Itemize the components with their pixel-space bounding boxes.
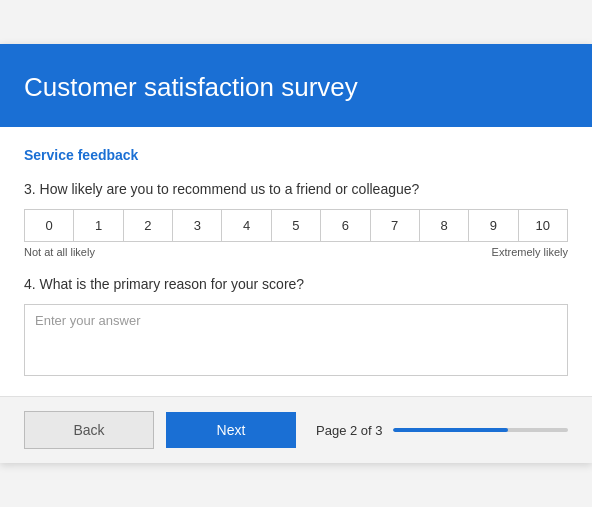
page-indicator: Page 2 of 3 [316, 423, 568, 438]
nps-cell-1[interactable]: 1 [74, 210, 123, 241]
survey-body: Service feedback 3. How likely are you t… [0, 127, 592, 396]
nps-cell-2[interactable]: 2 [124, 210, 173, 241]
page-label: Page 2 of 3 [316, 423, 383, 438]
nps-labels: Not at all likely Extremely likely [24, 246, 568, 258]
question-3-label: 3. How likely are you to recommend us to… [24, 181, 568, 197]
survey-header: Customer satisfaction survey [0, 44, 592, 127]
nps-cell-5[interactable]: 5 [272, 210, 321, 241]
survey-container: Customer satisfaction survey Service fee… [0, 44, 592, 463]
nps-cell-9[interactable]: 9 [469, 210, 518, 241]
nps-label-high: Extremely likely [492, 246, 568, 258]
progress-bar-track [393, 428, 569, 432]
question-4-label: 4. What is the primary reason for your s… [24, 276, 568, 292]
survey-title: Customer satisfaction survey [24, 72, 568, 103]
nps-label-low: Not at all likely [24, 246, 95, 258]
nps-cell-6[interactable]: 6 [321, 210, 370, 241]
nps-cell-8[interactable]: 8 [420, 210, 469, 241]
back-button[interactable]: Back [24, 411, 154, 449]
survey-footer: Back Next Page 2 of 3 [0, 396, 592, 463]
nps-cell-7[interactable]: 7 [371, 210, 420, 241]
nps-cell-3[interactable]: 3 [173, 210, 222, 241]
section-title: Service feedback [24, 147, 568, 163]
nps-scale: 012345678910 [24, 209, 568, 242]
nps-cell-10[interactable]: 10 [519, 210, 567, 241]
nps-cell-0[interactable]: 0 [25, 210, 74, 241]
next-button[interactable]: Next [166, 412, 296, 448]
answer-textarea[interactable] [24, 304, 568, 376]
nps-cell-4[interactable]: 4 [222, 210, 271, 241]
progress-bar-fill [393, 428, 509, 432]
